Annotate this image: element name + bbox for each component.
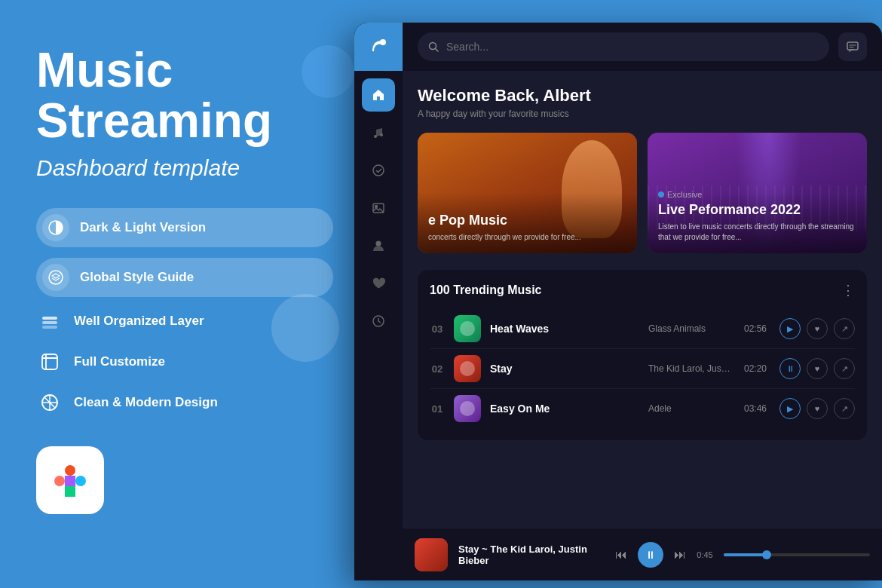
body-scroll: Welcome Back, Albert A happy day with yo… [403,71,882,528]
feature-style-guide: Global Style Guide [36,258,333,297]
sidebar-item-image[interactable] [362,191,395,225]
track-duration: 03:46 [740,403,770,414]
track-rank: 03 [430,323,445,335]
svg-point-14 [75,476,86,486]
track-thumbnail [454,355,481,382]
header [403,23,882,71]
exclusive-label: Exclusive [658,190,856,199]
share-button[interactable]: ↗ [834,358,855,379]
track-row: 01 Easy On Me Adele 03:46 ▶ ♥ ↗ [430,389,855,428]
svg-point-1 [49,271,63,284]
svg-rect-11 [65,476,75,486]
pause-button[interactable]: ⏸ [779,358,801,379]
progress-fill [724,553,767,556]
featured-cards: e Pop Music concerts directly through we… [418,133,867,253]
playback-time: 0:45 [697,550,712,559]
dashboard: Welcome Back, Albert A happy day with yo… [354,23,882,580]
svg-rect-5 [42,354,57,369]
card-text-pop: e Pop Music concerts directly through we… [418,202,637,253]
track-artist: The Kid Laroi, Justin... [648,363,731,374]
svg-point-17 [380,133,383,136]
play-button[interactable]: ▶ [779,398,801,419]
track-thumbnail [454,395,481,422]
track-thumbnail [454,315,481,342]
track-duration: 02:56 [740,323,770,334]
trending-section: 100 Trending Music ⋮ 03 Heat Waves Glass… [418,270,867,440]
track-actions: ⏸ ♥ ↗ [779,358,855,379]
crop-icon [36,348,63,375]
share-button[interactable]: ↗ [834,398,855,419]
featured-card-live[interactable]: Exclusive Live Peformance 2022 Listen to… [648,133,867,253]
sidebar-item-profile[interactable] [362,229,395,262]
figma-badge [36,446,104,514]
more-options-button[interactable]: ⋮ [841,282,855,299]
card-bg-pop: e Pop Music concerts directly through we… [418,133,637,253]
sidebar-item-history[interactable] [362,305,395,338]
play-button[interactable]: ▶ [779,318,801,339]
deco-circle-3 [302,45,354,98]
prev-button[interactable]: ⏮ [615,548,627,562]
playback-controls: ⏮ ⏸ ⏭ [615,542,686,568]
share-button[interactable]: ↗ [834,318,855,339]
card-bg-live: Exclusive Live Peformance 2022 Listen to… [648,133,867,253]
svg-point-16 [374,135,377,138]
svg-point-18 [373,165,384,176]
track-title: Stay [490,363,639,375]
now-playing-thumbnail [415,538,448,571]
svg-rect-24 [847,42,858,50]
trending-header: 100 Trending Music ⋮ [430,282,855,299]
track-title: Easy On Me [490,403,639,415]
paintbrush-icon [36,389,63,416]
sidebar-nav [362,71,395,580]
now-playing-info: Stay ~ The Kid Laroi, Justin Bieber [458,544,605,566]
like-button[interactable]: ♥ [807,358,828,379]
welcome-title: Welcome Back, Albert [418,86,867,106]
svg-rect-12 [65,486,75,497]
main-content: Welcome Back, Albert A happy day with yo… [403,23,882,580]
subtitle: Dashboard template [36,155,333,181]
now-playing-title: Stay ~ The Kid Laroi, Justin Bieber [458,544,605,566]
svg-rect-13 [54,476,65,486]
contrast-icon [42,214,69,241]
track-title: Heat Waves [490,323,639,335]
sidebar-item-favorites[interactable] [362,267,395,300]
now-playing-bar: Stay ~ The Kid Laroi, Justin Bieber ⏮ ⏸ … [403,528,882,580]
sidebar-item-check[interactable] [362,154,395,187]
card-text-live: Exclusive Live Peformance 2022 Listen to… [648,179,867,253]
exclusive-dot [658,191,664,198]
track-actions: ▶ ♥ ↗ [779,398,855,419]
svg-rect-2 [42,317,57,320]
svg-rect-10 [65,465,75,476]
sidebar-item-music[interactable] [362,116,395,149]
progress-bar[interactable] [724,553,870,556]
featured-card-pop[interactable]: e Pop Music concerts directly through we… [418,133,637,253]
sidebar-item-home[interactable] [362,78,395,112]
play-pause-button[interactable]: ⏸ [638,542,663,568]
feature-dark-light: Dark & Light Version [36,208,333,247]
like-button[interactable]: ♥ [807,398,828,419]
track-rank: 01 [430,403,445,415]
track-row: 03 Heat Waves Glass Animals 02:56 ▶ ♥ ↗ [430,309,855,349]
svg-rect-4 [42,326,57,329]
svg-point-15 [380,39,386,45]
main-title: Music Streaming [36,45,333,146]
track-artist: Adele [648,403,731,414]
search-icon [428,41,439,52]
track-rank: 02 [430,363,445,375]
svg-rect-3 [42,321,57,324]
track-row: 02 Stay The Kid Laroi, Justin... 02:20 ⏸… [430,349,855,389]
track-actions: ▶ ♥ ↗ [779,318,855,339]
track-artist: Glass Animals [648,323,731,334]
track-duration: 02:20 [740,363,770,374]
next-button[interactable]: ⏭ [674,548,686,562]
sidebar-logo [354,23,403,71]
trending-title: 100 Trending Music [430,283,541,297]
search-input[interactable] [446,41,819,53]
layers-circle-icon [42,264,69,291]
layers-icon [36,308,63,335]
feature-design: Clean & Modern Design [36,389,333,416]
welcome-subtitle: A happy day with your favorite musics [418,109,867,119]
like-button[interactable]: ♥ [807,318,828,339]
chat-button[interactable] [838,32,867,61]
deco-circle-1 [271,294,339,362]
